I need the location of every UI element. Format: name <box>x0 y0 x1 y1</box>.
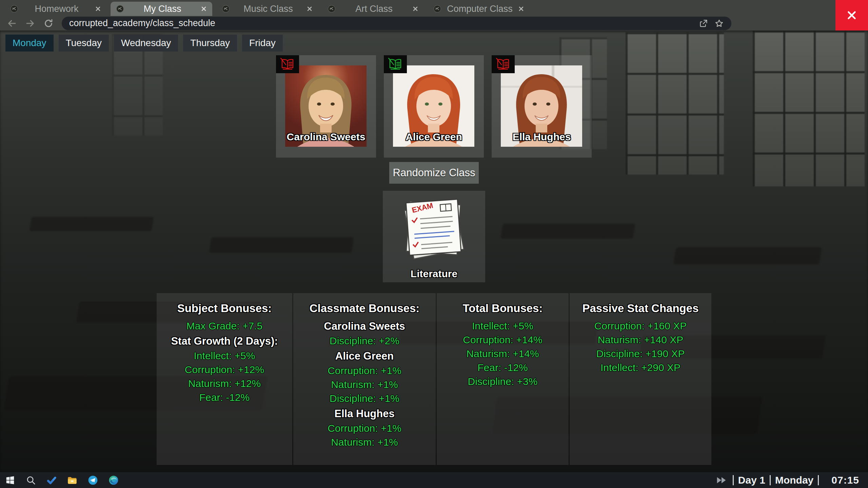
taskbar-apps <box>0 474 119 486</box>
panel-title: Classmate Bonuses: <box>293 302 436 315</box>
stat-line: Discipline: +2% <box>293 335 436 347</box>
back-icon[interactable] <box>7 18 17 28</box>
url-box[interactable]: corrupted_academy/class_schedule <box>62 17 731 30</box>
fast-forward-icon[interactable] <box>716 475 728 485</box>
tab-art-class[interactable]: Art Class <box>322 2 424 16</box>
stat-line: Max Grade: +7.5 <box>157 320 292 332</box>
tab-favicon-icon <box>328 5 336 13</box>
tab-close-icon[interactable] <box>307 6 313 12</box>
panel-title: Passive Stat Changes <box>570 302 711 315</box>
stat-line: Intellect: +290 XP <box>570 362 711 373</box>
student-card-ella[interactable]: Ella Hughes <box>492 55 592 158</box>
tab-computer-class[interactable]: Computer Class <box>428 2 530 16</box>
tab-music-class[interactable]: Music Class <box>216 2 318 16</box>
refresh-icon[interactable] <box>43 18 54 28</box>
stat-line: Discipline: +3% <box>437 376 569 387</box>
subject-bonuses-panel: Subject Bonuses: Max Grade: +7.5 Stat Gr… <box>157 293 292 465</box>
student-card-carolina[interactable]: Carolina Sweets <box>276 55 376 158</box>
tab-favicon-icon <box>433 5 441 13</box>
day-tabs: Monday Tuesday Wednesday Thursday Friday <box>5 35 283 52</box>
window-close-button[interactable] <box>835 0 868 30</box>
day-tab-wednesday[interactable]: Wednesday <box>114 35 178 52</box>
stat-line: Naturism: +1% <box>293 379 436 390</box>
telegram-icon[interactable] <box>87 474 99 486</box>
taskbar: Day 1 Monday 07:15 <box>0 472 868 488</box>
student-card-alice[interactable]: Alice Green <box>384 55 484 158</box>
tab-favicon-icon <box>222 5 230 13</box>
classmate-bonuses-panel: Classmate Bonuses: Carolina Sweets Disci… <box>293 293 436 465</box>
stat-line: Corruption: +1% <box>293 365 436 377</box>
tab-favicon-icon <box>116 5 124 13</box>
tab-homework[interactable]: Homework <box>5 2 106 16</box>
stat-line: Corruption: +14% <box>437 334 569 346</box>
clock-time: 07:15 <box>831 474 859 486</box>
forward-icon[interactable] <box>25 18 35 28</box>
stat-line: Corruption: +160 XP <box>570 320 711 332</box>
windows-start-icon[interactable] <box>4 474 16 486</box>
tab-close-icon[interactable] <box>201 6 207 12</box>
subject-name: Literature <box>383 268 485 280</box>
classmate-name: Alice Green <box>293 350 436 362</box>
stat-line: Intellect: +5% <box>437 320 569 332</box>
student-name: Alice Green <box>384 131 484 143</box>
stat-line: Corruption: +1% <box>293 423 436 434</box>
passive-stat-changes-panel: Passive Stat Changes Corruption: +160 XP… <box>570 293 711 465</box>
bookmark-star-icon[interactable] <box>714 19 724 28</box>
subject-panel-literature[interactable]: EXAM Literature <box>383 191 485 282</box>
url-text: corrupted_academy/class_schedule <box>69 18 693 28</box>
tab-close-icon[interactable] <box>95 6 101 12</box>
day-tab-tuesday[interactable]: Tuesday <box>59 35 109 52</box>
stat-line: Discipline: +1% <box>293 393 436 404</box>
tab-favicon-icon <box>10 5 18 13</box>
student-name: Ella Hughes <box>492 131 592 143</box>
stat-line: Fear: -12% <box>437 362 569 373</box>
file-explorer-icon[interactable] <box>66 474 78 486</box>
tab-label: My Class <box>128 4 197 14</box>
homework-book-icon <box>276 55 299 73</box>
stat-line: Naturism: +14% <box>437 348 569 360</box>
tab-label: Computer Class <box>446 4 514 14</box>
tab-close-icon[interactable] <box>412 6 418 12</box>
homework-book-icon <box>492 55 515 73</box>
classmates-row: Carolina Sweets <box>276 55 592 158</box>
tab-my-class[interactable]: My Class <box>111 2 212 16</box>
share-icon[interactable] <box>699 19 708 28</box>
day-tab-monday[interactable]: Monday <box>5 35 54 52</box>
address-bar: corrupted_academy/class_schedule <box>0 16 835 30</box>
stat-line: Naturism: +12% <box>157 378 292 389</box>
search-icon[interactable] <box>25 474 37 486</box>
day-counter: Day 1 <box>738 474 765 486</box>
weekday-label: Monday <box>775 474 813 486</box>
randomize-class-button[interactable]: Randomize Class <box>389 162 479 184</box>
exam-papers-icon: EXAM <box>395 194 473 266</box>
separator <box>733 475 734 485</box>
game-screen: Homework My Class Music Class Art Class <box>0 0 868 488</box>
separator <box>818 475 819 485</box>
day-tab-friday[interactable]: Friday <box>242 35 283 52</box>
tab-label: Homework <box>22 4 91 14</box>
classmate-name: Carolina Sweets <box>293 320 436 332</box>
browser-chrome: Homework My Class Music Class Art Class <box>0 0 868 30</box>
homework-book-icon <box>384 55 407 73</box>
close-icon <box>845 8 859 22</box>
stat-line: Corruption: +12% <box>157 364 292 375</box>
classmate-name: Ella Hughes <box>293 408 436 420</box>
class-schedule-page: Monday Tuesday Wednesday Thursday Friday <box>0 30 868 472</box>
panel-title: Total Bonuses: <box>437 302 569 315</box>
separator <box>770 475 771 485</box>
stat-line: Naturism: +1% <box>293 436 436 448</box>
tab-close-icon[interactable] <box>518 6 524 12</box>
todo-check-icon[interactable] <box>46 474 57 486</box>
panel-title: Subject Bonuses: <box>157 302 292 315</box>
stat-line: Fear: -12% <box>157 392 292 403</box>
edge-browser-icon[interactable] <box>108 474 119 486</box>
tab-label: Music Class <box>234 4 302 14</box>
taskbar-status: Day 1 Monday 07:15 <box>716 474 868 486</box>
stat-line: Discipline: +190 XP <box>570 348 711 360</box>
day-tab-thursday[interactable]: Thursday <box>183 35 237 52</box>
tab-label: Art Class <box>340 4 408 14</box>
stat-line: Naturism: +140 XP <box>570 334 711 346</box>
student-name: Carolina Sweets <box>276 131 376 143</box>
stat-growth-title: Stat Growth (2 Days): <box>157 335 292 347</box>
stat-line: Intellect: +5% <box>157 350 292 362</box>
